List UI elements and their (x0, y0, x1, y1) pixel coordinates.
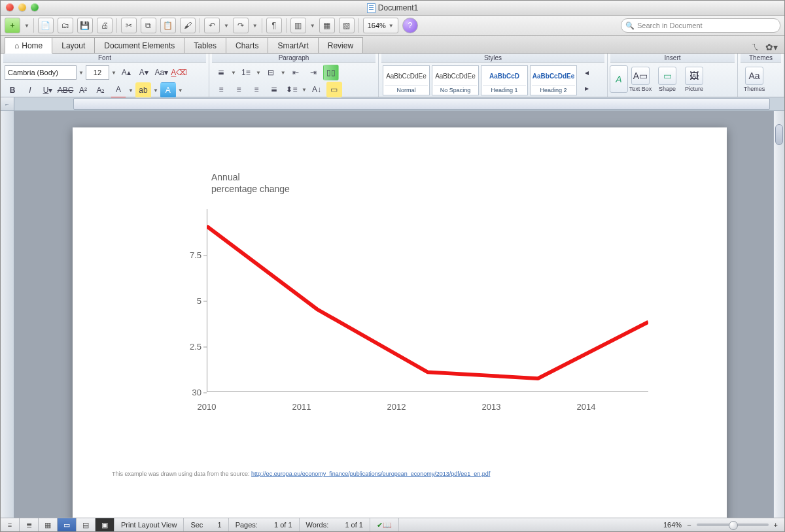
text-direction-button[interactable]: ▯▯ (323, 65, 339, 80)
view-outline-button[interactable]: ≣ (20, 518, 39, 531)
styles-prev-button[interactable]: ◂ (579, 65, 595, 80)
document-page[interactable]: Annualpercentage change 2.557.530 201020… (73, 127, 727, 518)
close-window-button[interactable] (6, 3, 14, 11)
shading-button[interactable]: ▭ (326, 82, 342, 97)
line-spacing-dropdown[interactable]: ▼ (302, 87, 307, 93)
zoom-slider[interactable] (697, 524, 769, 526)
sidebar-button[interactable]: ▥ (290, 18, 306, 33)
highlight-dropdown[interactable]: ▼ (153, 88, 158, 93)
sidebar-dropdown[interactable]: ▼ (310, 23, 315, 29)
multilevel-dropdown[interactable]: ▼ (281, 70, 286, 76)
underline-button[interactable]: U▾ (40, 82, 56, 98)
words-indicator[interactable]: Words: 1 of 1 (300, 518, 370, 531)
help-button[interactable]: ? (402, 18, 418, 33)
new-document-button[interactable]: + (5, 18, 20, 33)
spellcheck-indicator[interactable]: ✔📖 (370, 518, 399, 531)
align-left-button[interactable]: ≡ (213, 82, 229, 97)
tab-stop-selector[interactable]: ⌐ (1, 97, 14, 110)
vertical-scrollbar[interactable] (773, 111, 784, 518)
font-size-selector[interactable]: 12 (86, 65, 109, 80)
undo-button[interactable]: ↶ (204, 18, 220, 33)
shrink-font-button[interactable]: A▾ (136, 65, 152, 80)
new-document-dropdown[interactable]: ▼ (24, 23, 29, 29)
view-print-layout-button[interactable]: ▭ (58, 518, 77, 531)
tab-layout[interactable]: Layout (52, 37, 95, 53)
font-color-button[interactable]: A (111, 82, 126, 99)
subscript-button[interactable]: A₂ (93, 82, 109, 98)
redo-dropdown[interactable]: ▼ (253, 23, 258, 29)
source-link[interactable]: http://ec.europa.eu/economy_finance/publ… (251, 471, 490, 477)
redo-button[interactable]: ↷ (233, 18, 249, 33)
show-formatting-button[interactable]: ¶ (266, 18, 282, 33)
zoom-selector[interactable]: 164%▼ (363, 18, 398, 33)
numbering-dropdown[interactable]: ▼ (256, 70, 261, 76)
undo-dropdown[interactable]: ▼ (224, 23, 229, 29)
search-field[interactable]: 🔍 Search in Document (621, 18, 780, 33)
open-button[interactable]: 📄 (38, 18, 54, 33)
superscript-button[interactable]: A² (75, 82, 91, 98)
style-heading-2[interactable]: AaBbCcDdEeHeading 2 (530, 65, 577, 95)
tab-tables[interactable]: Tables (184, 37, 226, 53)
decrease-indent-button[interactable]: ⇤ (288, 65, 304, 80)
multilevel-list-button[interactable]: ⊟ (263, 65, 279, 80)
vertical-ruler[interactable] (1, 111, 14, 518)
toolbox-button[interactable]: ▦ (319, 18, 335, 33)
cut-button[interactable]: ✂ (121, 18, 137, 33)
horizontal-ruler[interactable] (73, 98, 770, 110)
styles-next-button[interactable]: ▸ (579, 80, 595, 96)
align-center-button[interactable]: ≡ (231, 82, 247, 97)
text-effects-button[interactable]: A (160, 82, 176, 98)
print-button[interactable]: 🖨 (97, 18, 113, 33)
view-draft-button[interactable]: ≡ (1, 518, 20, 531)
zoom-in-button[interactable]: + (774, 521, 778, 529)
font-family-selector[interactable]: Cambria (Body) (5, 65, 77, 80)
collapse-ribbon-button[interactable]: ㄟ (751, 41, 760, 53)
insert-textbox-button[interactable]: A▭Text Box (628, 67, 653, 92)
increase-indent-button[interactable]: ⇥ (305, 65, 321, 80)
tab-smartart[interactable]: SmartArt (268, 37, 318, 53)
font-size-dropdown[interactable]: ▼ (111, 70, 116, 76)
align-right-button[interactable]: ≡ (249, 82, 264, 97)
style-normal[interactable]: AaBbCcDdEeNormal (383, 65, 430, 95)
view-notebook-button[interactable]: ▤ (77, 518, 96, 531)
clear-formatting-button[interactable]: A⌫ (171, 65, 187, 80)
grow-font-button[interactable]: A▴ (118, 65, 134, 80)
bullets-button[interactable]: ≣ (213, 65, 229, 80)
insert-picture-button[interactable]: 🖼Picture (682, 67, 706, 92)
style-heading-1[interactable]: AaBbCcDHeading 1 (481, 65, 528, 95)
minimize-window-button[interactable] (18, 3, 26, 11)
font-color-dropdown[interactable]: ▼ (128, 88, 133, 93)
format-painter-button[interactable]: 🖌 (180, 18, 196, 33)
view-fullscreen-button[interactable]: ▣ (96, 518, 114, 531)
tab-review[interactable]: Review (318, 37, 363, 53)
highlight-button[interactable]: ab (135, 82, 151, 98)
pages-indicator[interactable]: Pages: 1 of 1 (229, 518, 300, 531)
numbering-button[interactable]: 1≡ (238, 65, 254, 80)
strikethrough-button[interactable]: ABC (58, 82, 73, 98)
zoom-out-button[interactable]: − (687, 521, 691, 529)
ribbon-options-button[interactable]: ✿▾ (765, 42, 778, 52)
view-publishing-button[interactable]: ▦ (39, 518, 58, 531)
insert-shape-button[interactable]: ▭Shape (655, 67, 680, 92)
italic-button[interactable]: I (22, 82, 38, 98)
paste-button[interactable]: 📋 (160, 18, 176, 33)
tab-document-elements[interactable]: Document Elements (94, 37, 184, 53)
line-spacing-button[interactable]: ⬍≡ (284, 82, 300, 97)
change-case-button[interactable]: Aa▾ (154, 65, 169, 80)
style-no-spacing[interactable]: AaBbCcDdEeNo Spacing (432, 65, 479, 95)
scrollbar-thumb[interactable] (775, 124, 783, 145)
section-indicator[interactable]: Sec 1 (184, 518, 228, 531)
text-effects-dropdown[interactable]: ▼ (178, 88, 183, 93)
copy-button[interactable]: ⧉ (141, 18, 156, 33)
gallery-button[interactable]: ▧ (339, 18, 355, 33)
font-family-dropdown[interactable]: ▼ (78, 70, 84, 76)
open-from-template-button[interactable]: 🗂 (58, 18, 73, 33)
bullets-dropdown[interactable]: ▼ (231, 70, 236, 76)
bold-button[interactable]: B (5, 82, 20, 98)
zoom-window-button[interactable] (31, 3, 39, 11)
tab-home[interactable]: ⌂Home (5, 37, 52, 54)
save-button[interactable]: 💾 (77, 18, 93, 33)
sort-button[interactable]: A↓ (309, 82, 324, 97)
themes-button[interactable]: AaThemes (742, 67, 767, 92)
tab-charts[interactable]: Charts (226, 37, 268, 53)
